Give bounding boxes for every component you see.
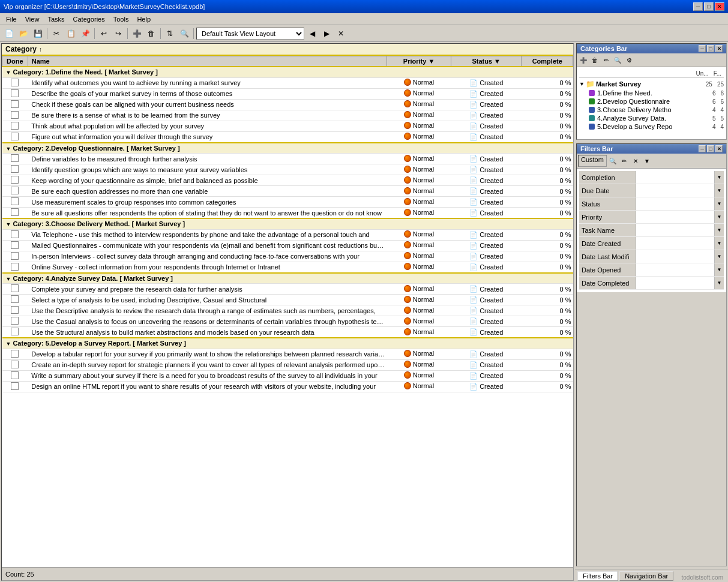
filter-arrow[interactable]: ▼: [714, 184, 724, 197]
status-sort-icon[interactable]: ▼: [494, 58, 501, 65]
filter-edit-button[interactable]: ✏: [619, 155, 630, 166]
filter-value[interactable]: [636, 237, 714, 250]
table-row[interactable]: Use measurement scales to group response…: [2, 197, 573, 208]
menu-categories[interactable]: Categories: [70, 14, 109, 24]
sort-button[interactable]: ⇅: [163, 27, 176, 40]
done-checkbox[interactable]: [11, 361, 19, 368]
filter-value[interactable]: [636, 184, 714, 197]
filter-value[interactable]: [636, 197, 714, 210]
prev-layout-button[interactable]: ◀: [305, 27, 319, 40]
table-row[interactable]: Think about what population will be affe…: [2, 121, 573, 131]
redo-button[interactable]: ↪: [112, 27, 125, 40]
tree-expand-root[interactable]: ▼: [579, 81, 585, 87]
table-row[interactable]: Define variables to be measured through …: [2, 154, 573, 164]
cut-button[interactable]: ✂: [50, 27, 63, 40]
table-row[interactable]: Create an in-depth survey report for str…: [2, 359, 573, 370]
filter-more-button[interactable]: ▼: [642, 155, 652, 166]
done-checkbox[interactable]: [11, 382, 19, 390]
done-checkbox[interactable]: [11, 165, 19, 173]
menu-view[interactable]: View: [22, 14, 43, 24]
done-checkbox[interactable]: [11, 197, 19, 205]
tree-root-item[interactable]: ▼ 📁 Market Survey 25 25: [579, 79, 724, 89]
done-checkbox[interactable]: [11, 133, 19, 140]
filter-value[interactable]: [636, 277, 714, 289]
category-row[interactable]: ▼Category: 1.Define the Need. [ Market S…: [2, 67, 573, 77]
copy-button[interactable]: 📋: [64, 27, 77, 40]
cat-filter-button[interactable]: 🔍: [612, 55, 623, 65]
done-checkbox[interactable]: [11, 89, 19, 97]
menu-tools[interactable]: Tools: [110, 14, 133, 24]
new-button[interactable]: 📄: [2, 27, 16, 40]
filter-value[interactable]: [636, 171, 714, 184]
table-row[interactable]: Check if these goals can be aligned with…: [2, 99, 573, 110]
table-row[interactable]: Keep wording of your questionnaire as si…: [2, 175, 573, 186]
filter-value[interactable]: [636, 211, 714, 223]
catbar-pin-button[interactable]: ─: [699, 45, 706, 52]
table-row[interactable]: Be sure there is a sense of what is to b…: [2, 110, 573, 121]
done-checkbox[interactable]: [11, 241, 19, 249]
filter-arrow[interactable]: ▼: [714, 250, 724, 263]
done-checkbox[interactable]: [11, 284, 19, 292]
menu-file[interactable]: File: [2, 14, 20, 24]
done-checkbox[interactable]: [11, 230, 19, 238]
table-row[interactable]: Write a summary about your survey if the…: [2, 370, 573, 381]
next-layout-button[interactable]: ▶: [320, 27, 333, 40]
filterbar-close-button[interactable]: ✕: [715, 145, 723, 152]
custom-filter-dropdown[interactable]: Custom: [578, 155, 607, 167]
table-row[interactable]: Mailed Questionnaires - communicate with…: [2, 240, 573, 251]
filter-apply-button[interactable]: 🔍: [607, 155, 618, 166]
done-checkbox[interactable]: [11, 154, 19, 162]
add-task-button[interactable]: ➕: [130, 27, 143, 40]
filter-arrow[interactable]: ▼: [714, 224, 724, 236]
tree-child-item[interactable]: 3.Choose Delivery Metho 4 4: [589, 106, 724, 114]
table-row[interactable]: Via Telephone - use this method to inter…: [2, 229, 573, 240]
table-row[interactable]: Select a type of analysis to be used, in…: [2, 295, 573, 305]
table-row[interactable]: Complete your survey and prepare the res…: [2, 284, 573, 295]
tree-child-item[interactable]: 5.Develop a Survey Repo 4 4: [589, 122, 724, 131]
filterbar-pin-button[interactable]: ─: [699, 145, 706, 152]
undo-button[interactable]: ↩: [97, 27, 110, 40]
done-checkbox[interactable]: [11, 176, 19, 184]
table-row[interactable]: Figure out what information you will del…: [2, 131, 573, 143]
table-row[interactable]: Online Survey - collect information from…: [2, 262, 573, 273]
table-row[interactable]: Use the Structural analysis to build mar…: [2, 327, 573, 338]
table-row[interactable]: Describe the goals of your market survey…: [2, 88, 573, 99]
filter-arrow[interactable]: ▼: [714, 197, 724, 210]
paste-button[interactable]: 📌: [79, 27, 92, 40]
close-button[interactable]: ✕: [715, 2, 724, 11]
filter-arrow[interactable]: ▼: [714, 263, 724, 276]
tree-child-item[interactable]: 4.Analyze Survey Data. 5 5: [589, 114, 724, 122]
done-checkbox[interactable]: [11, 317, 19, 325]
cat-add-button[interactable]: ➕: [578, 55, 589, 65]
delete-task-button[interactable]: 🗑: [145, 27, 158, 40]
menu-help[interactable]: Help: [133, 14, 154, 24]
filter-delete-button[interactable]: ✕: [630, 155, 641, 166]
table-row[interactable]: Design an online HTML report if you want…: [2, 381, 573, 392]
filter-value[interactable]: [636, 250, 714, 263]
done-checkbox[interactable]: [11, 306, 19, 314]
minimize-button[interactable]: ─: [693, 2, 703, 11]
open-button[interactable]: 📂: [17, 27, 30, 40]
done-checkbox[interactable]: [11, 111, 19, 119]
cat-delete-button[interactable]: 🗑: [589, 55, 600, 65]
done-checkbox[interactable]: [11, 328, 19, 335]
layout-dropdown[interactable]: Default Task View Layout: [196, 28, 304, 40]
table-row[interactable]: Identify what outcomes you want to achie…: [2, 77, 573, 88]
tree-child-item[interactable]: 2.Develop Questionnaire 6 6: [589, 97, 724, 106]
done-checkbox[interactable]: [11, 350, 19, 358]
tab-filters-bar[interactable]: Filters Bar: [577, 571, 618, 581]
tree-child-item[interactable]: 1.Define the Need. 6 6: [589, 89, 724, 97]
filter-value[interactable]: [636, 224, 714, 236]
filter-arrow[interactable]: ▼: [714, 171, 724, 184]
filter-arrow[interactable]: ▼: [714, 277, 724, 289]
table-row[interactable]: Develop a tabular report for your survey…: [2, 349, 573, 359]
done-checkbox[interactable]: [11, 252, 19, 260]
done-checkbox[interactable]: [11, 187, 19, 194]
layout-close-button[interactable]: ✕: [334, 27, 347, 40]
done-checkbox[interactable]: [11, 295, 19, 303]
filter-arrow[interactable]: ▼: [714, 237, 724, 250]
table-row[interactable]: Identify question groups which are ways …: [2, 164, 573, 175]
table-row[interactable]: Be sure all questions offer respondents …: [2, 208, 573, 219]
table-row[interactable]: In-person Interviews - collect survey da…: [2, 251, 573, 262]
filterbar-float-button[interactable]: □: [707, 145, 714, 152]
